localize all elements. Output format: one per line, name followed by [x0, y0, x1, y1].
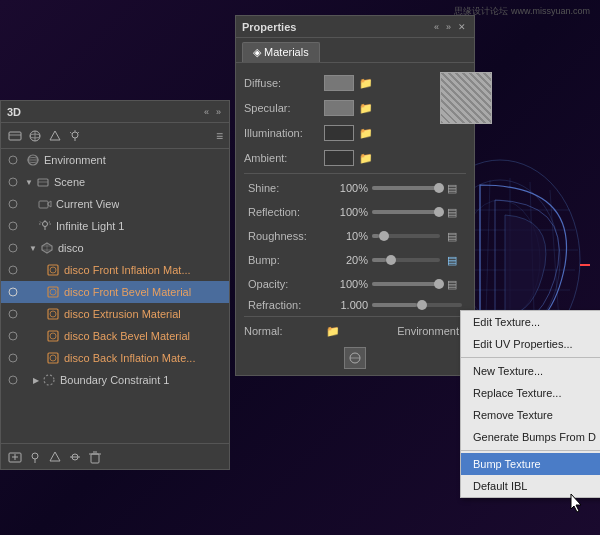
toolbar-mesh-icon[interactable]	[47, 128, 63, 144]
mesh-add-icon[interactable]	[47, 449, 63, 465]
layer-icon-disco	[39, 240, 55, 256]
props-collapse[interactable]: «	[432, 21, 441, 33]
layer-vis-mat1[interactable]	[5, 262, 21, 278]
expand-scene[interactable]: ▼	[25, 178, 33, 187]
context-gen-bumps[interactable]: Generate Bumps From D	[461, 426, 600, 448]
texture-thumbnail[interactable]	[440, 72, 492, 124]
toolbar-env-icon[interactable]	[27, 128, 43, 144]
specular-row: Specular: 📁	[244, 98, 466, 118]
opacity-slider[interactable]	[372, 277, 440, 291]
refraction-slider[interactable]	[372, 298, 462, 312]
layer-vis-infinite-light[interactable]	[5, 218, 21, 234]
layer-item-mat3[interactable]: disco Extrusion Material	[1, 303, 229, 325]
layer-vis-disco[interactable]	[5, 240, 21, 256]
layer-icon-mat5	[45, 350, 61, 366]
panel-3d-menu[interactable]: ≡	[216, 129, 223, 143]
reflection-row: Reflection: 100% ▤	[244, 202, 466, 222]
layer-item-mat2[interactable]: disco Front Bevel Material	[1, 281, 229, 303]
context-new-texture[interactable]: New Texture...	[461, 360, 600, 382]
layer-item-mat1[interactable]: disco Front Inflation Mat...	[1, 259, 229, 281]
ambient-row: Ambient: 📁	[244, 148, 466, 168]
opacity-folder[interactable]: ▤	[442, 274, 462, 294]
layer-vis-boundary[interactable]	[5, 372, 21, 388]
context-bump-texture[interactable]: Bump Texture	[461, 453, 600, 475]
layer-item-scene[interactable]: ▼ Scene	[1, 171, 229, 193]
svg-point-34	[9, 200, 17, 208]
svg-point-64	[50, 355, 56, 361]
panel-3d-collapse[interactable]: «	[202, 106, 211, 118]
diffuse-swatch[interactable]	[324, 75, 354, 91]
toolbar-light-icon[interactable]	[67, 128, 83, 144]
tab-materials[interactable]: ◈ Materials	[242, 42, 320, 62]
illumination-swatch[interactable]	[324, 125, 354, 141]
svg-point-38	[43, 222, 48, 227]
layer-vis-environment[interactable]	[5, 152, 21, 168]
shine-slider[interactable]	[372, 181, 440, 195]
svg-point-62	[9, 354, 17, 362]
bump-slider[interactable]	[372, 253, 440, 267]
svg-rect-63	[48, 353, 58, 363]
ambient-folder[interactable]: 📁	[357, 149, 375, 167]
layer-vis-scene[interactable]	[5, 174, 21, 190]
layer-vis-mat5[interactable]	[5, 350, 21, 366]
context-edit-uv[interactable]: Edit UV Properties...	[461, 333, 600, 355]
layer-icon-mat1	[45, 262, 61, 278]
svg-point-31	[9, 178, 17, 186]
layer-item-environment[interactable]: Environment	[1, 149, 229, 171]
expand-disco[interactable]: ▼	[29, 244, 37, 253]
layer-item-mat4[interactable]: disco Back Bevel Material	[1, 325, 229, 347]
layer-vis-current-view[interactable]	[5, 196, 21, 212]
diffuse-label: Diffuse:	[244, 77, 324, 89]
roughness-slider[interactable]	[372, 229, 440, 243]
normal-folder[interactable]: 📁	[324, 322, 342, 340]
layer-name-current-view: Current View	[56, 198, 119, 210]
shine-label: Shine:	[248, 182, 323, 194]
diffuse-folder[interactable]: 📁	[357, 74, 375, 92]
svg-marker-72	[50, 452, 60, 461]
layer-item-mat5[interactable]: disco Back Inflation Mate...	[1, 347, 229, 369]
normal-label: Normal:	[244, 325, 324, 337]
bump-folder[interactable]: ▤	[442, 250, 462, 270]
layer-item-disco[interactable]: ▼ disco	[1, 237, 229, 259]
props-close[interactable]: ✕	[456, 21, 468, 33]
add-icon[interactable]	[7, 449, 23, 465]
context-default-ibl[interactable]: Default IBL	[461, 475, 600, 497]
shine-folder[interactable]: ▤	[442, 178, 462, 198]
constraint-icon[interactable]	[67, 449, 83, 465]
toolbar-scene-icon[interactable]	[7, 128, 23, 144]
svg-rect-60	[48, 331, 58, 341]
svg-rect-35	[39, 201, 48, 208]
svg-point-66	[44, 375, 54, 385]
layer-vis-mat3[interactable]	[5, 306, 21, 322]
ambient-swatch[interactable]	[324, 150, 354, 166]
specular-swatch[interactable]	[324, 100, 354, 116]
tab-materials-label: Materials	[264, 46, 309, 58]
layer-vis-mat2[interactable]	[5, 284, 21, 300]
panel-3d-title: 3D	[7, 106, 21, 118]
svg-point-27	[9, 156, 17, 164]
refraction-label: Refraction:	[248, 299, 323, 311]
layer-icon-boundary	[41, 372, 57, 388]
layer-item-current-view[interactable]: Current View	[1, 193, 229, 215]
context-edit-texture[interactable]: Edit Texture...	[461, 311, 600, 333]
context-replace-texture[interactable]: Replace Texture...	[461, 382, 600, 404]
svg-point-50	[9, 266, 17, 274]
roughness-folder[interactable]: ▤	[442, 226, 462, 246]
props-expand[interactable]: »	[444, 21, 453, 33]
tab-materials-icon: ◈	[253, 46, 264, 58]
environment-icon-btn[interactable]	[344, 347, 366, 369]
panel-3d-expand[interactable]: »	[214, 106, 223, 118]
illumination-folder[interactable]: 📁	[357, 124, 375, 142]
svg-rect-51	[48, 265, 58, 275]
delete-icon[interactable]	[87, 449, 103, 465]
opacity-row: Opacity: 100% ▤	[244, 274, 466, 294]
layer-vis-mat4[interactable]	[5, 328, 21, 344]
reflection-folder[interactable]: ▤	[442, 202, 462, 222]
specular-folder[interactable]: 📁	[357, 99, 375, 117]
layer-item-infinite-light[interactable]: Infinite Light 1	[1, 215, 229, 237]
light-add-icon[interactable]	[27, 449, 43, 465]
layer-item-boundary[interactable]: ▶ Boundary Constraint 1	[1, 369, 229, 391]
reflection-slider[interactable]	[372, 205, 440, 219]
context-remove-texture[interactable]: Remove Texture	[461, 404, 600, 426]
expand-boundary[interactable]: ▶	[33, 376, 39, 385]
